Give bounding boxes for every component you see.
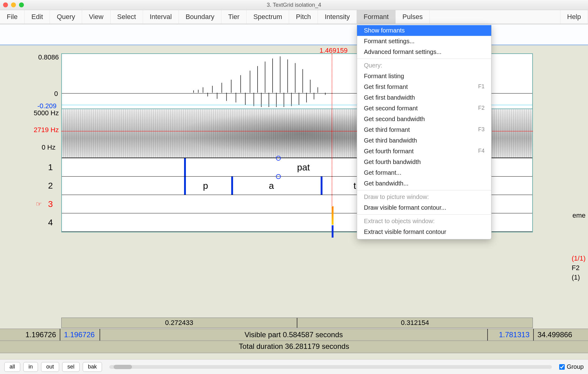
vertical-cursor bbox=[332, 53, 332, 213]
menu-get-second-formant[interactable]: Get second formantF2 bbox=[357, 103, 491, 114]
tier-fraction-label: (1/1) bbox=[572, 254, 586, 263]
menu-advanced-formant-settings[interactable]: Advanced formant settings... bbox=[357, 47, 491, 57]
menu-edit[interactable]: Edit bbox=[24, 10, 50, 24]
menu-separator bbox=[357, 59, 491, 59]
segment-label: t bbox=[353, 181, 356, 191]
group-checkbox[interactable] bbox=[559, 364, 565, 370]
menubar: File Edit Query View Select Interval Bou… bbox=[0, 10, 588, 24]
menu-query-header: Query: bbox=[357, 60, 491, 71]
menu-get-bandwidth[interactable]: Get bandwidth... bbox=[357, 178, 491, 189]
cursor-circle-icon bbox=[276, 174, 281, 179]
menu-get-third-formant[interactable]: Get third formantF3 bbox=[357, 124, 491, 135]
menu-formant-listing[interactable]: Formant listing bbox=[357, 71, 491, 82]
titlebar: 3. TextGrid isolation_4 bbox=[0, 0, 588, 10]
footer: all in out sel bak Group bbox=[0, 359, 588, 374]
tier-number: 2 bbox=[48, 181, 53, 191]
segment-label: a bbox=[269, 181, 274, 191]
tier-cursor-marker bbox=[332, 206, 334, 225]
visible-start-time: 1.196726 bbox=[60, 329, 100, 341]
menu-get-third-bandwidth[interactable]: Get third bandwidth bbox=[357, 135, 491, 146]
tier-number: 1 bbox=[48, 162, 53, 172]
menu-query[interactable]: Query bbox=[50, 10, 82, 24]
visible-end-time: 1.781313 bbox=[488, 329, 534, 341]
menu-tier[interactable]: Tier bbox=[221, 10, 247, 24]
segment-label: p bbox=[203, 181, 208, 191]
menu-draw-header: Draw to picture window: bbox=[357, 192, 491, 202]
total-duration-bar[interactable]: Total duration 36.281179 seconds bbox=[0, 341, 588, 353]
menu-formant-label: Formant bbox=[364, 13, 389, 21]
menu-intensity[interactable]: Intensity bbox=[318, 10, 357, 24]
hand-pointer-icon: ☞ bbox=[36, 200, 42, 208]
cursor-circle-icon bbox=[276, 156, 281, 161]
out-button[interactable]: out bbox=[41, 362, 59, 372]
menu-draw-visible-contour[interactable]: Draw visible formant contour... bbox=[357, 202, 491, 213]
right-padding-time[interactable]: 34.499866 bbox=[534, 329, 588, 341]
bak-button[interactable]: bak bbox=[83, 362, 102, 372]
menu-pitch[interactable]: Pitch bbox=[289, 10, 318, 24]
window-title: 3. TextGrid isolation_4 bbox=[0, 2, 588, 8]
visible-part-label[interactable]: Visible part 0.584587 seconds bbox=[100, 329, 488, 341]
tier-label: pat bbox=[297, 162, 310, 173]
tier-boundary[interactable] bbox=[321, 177, 322, 195]
formant-dropdown: Show formants Formant settings... Advanc… bbox=[357, 24, 492, 239]
tier-boundary[interactable] bbox=[184, 177, 186, 195]
right-duration[interactable]: 0.312154 bbox=[297, 318, 533, 328]
menu-get-first-formant[interactable]: Get first formantF1 bbox=[357, 82, 491, 92]
selection-duration-bar: 0.272433 0.312154 bbox=[61, 318, 533, 328]
horizontal-scrollbar[interactable] bbox=[109, 365, 552, 369]
menu-boundary[interactable]: Boundary bbox=[179, 10, 221, 24]
tier-boundary[interactable] bbox=[231, 177, 233, 195]
menu-formant[interactable]: Formant Show formants Formant settings..… bbox=[357, 10, 396, 24]
spectrogram-min-label: 0 Hz bbox=[42, 143, 55, 151]
work-area: 1.469159 0.8086 0 -0.209 5000 Hz 2719 Hz… bbox=[0, 45, 588, 359]
menu-get-second-bandwidth[interactable]: Get second bandwidth bbox=[357, 114, 491, 124]
menu-help[interactable]: Help bbox=[560, 10, 588, 24]
scrollbar-thumb[interactable] bbox=[114, 365, 132, 369]
menu-get-fourth-formant[interactable]: Get fourth formantF4 bbox=[357, 146, 491, 157]
timeline-strip bbox=[0, 24, 588, 45]
menu-spectrum[interactable]: Spectrum bbox=[247, 10, 289, 24]
menu-separator bbox=[357, 214, 491, 215]
menu-get-first-bandwidth[interactable]: Get first bandwidth bbox=[357, 92, 491, 103]
waveform-zero-label: 0 bbox=[54, 90, 58, 98]
visible-part-bar: 1.196726 1.196726 Visible part 0.584587 … bbox=[0, 329, 588, 341]
menu-formant-settings[interactable]: Formant settings... bbox=[357, 36, 491, 47]
menu-file[interactable]: File bbox=[0, 10, 24, 24]
menu-interval[interactable]: Interval bbox=[143, 10, 179, 24]
spectrogram-cursor-hz-label: 2719 Hz bbox=[28, 126, 59, 134]
tier-count-label: (1) bbox=[572, 273, 586, 282]
spectrogram-max-label: 5000 Hz bbox=[28, 109, 59, 117]
menu-view[interactable]: View bbox=[82, 10, 110, 24]
in-button[interactable]: in bbox=[23, 362, 38, 372]
tier-number: 3 bbox=[48, 199, 53, 209]
menu-show-formants[interactable]: Show formants bbox=[357, 25, 491, 36]
menu-get-fourth-bandwidth[interactable]: Get fourth bandwidth bbox=[357, 157, 491, 167]
menu-pulses[interactable]: Pulses bbox=[396, 10, 430, 24]
menu-extract-header: Extract to objects window: bbox=[357, 216, 491, 227]
menu-separator bbox=[357, 190, 491, 190]
tier-name-fragment: eme bbox=[572, 211, 586, 220]
all-button[interactable]: all bbox=[4, 362, 20, 372]
left-duration[interactable]: 0.272433 bbox=[62, 318, 297, 328]
menu-extract-visible-contour[interactable]: Extract visible formant contour bbox=[357, 227, 491, 237]
waveform-max-label: 0.8086 bbox=[28, 53, 59, 61]
tier-cursor-marker bbox=[332, 225, 334, 238]
tier-name-label: F2 bbox=[572, 263, 586, 273]
group-checkbox-label[interactable]: Group bbox=[559, 363, 584, 370]
tier-number: 4 bbox=[48, 218, 53, 227]
right-labels: eme (1/1) F2 (1) bbox=[572, 254, 586, 282]
menu-select[interactable]: Select bbox=[111, 10, 143, 24]
tier-boundary[interactable] bbox=[184, 158, 186, 176]
left-padding-time[interactable]: 1.196726 bbox=[0, 329, 60, 341]
menu-get-formant[interactable]: Get formant... bbox=[357, 167, 491, 178]
sel-button[interactable]: sel bbox=[62, 362, 80, 372]
group-label: Group bbox=[567, 363, 584, 370]
